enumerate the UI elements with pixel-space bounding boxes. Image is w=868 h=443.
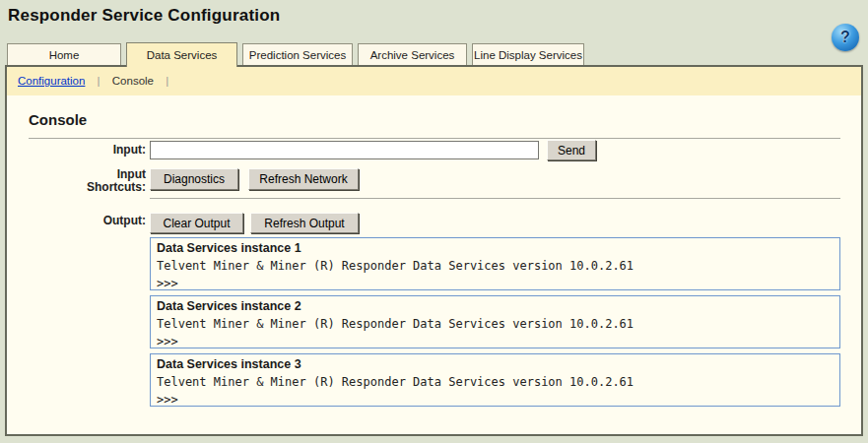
console-heading: Console <box>29 111 87 128</box>
tab-home[interactable]: Home <box>7 43 121 65</box>
tab-line-display-services[interactable]: Line Display Services <box>472 43 584 65</box>
instance-title: Data Services instance 1 <box>157 240 834 257</box>
help-question-glyph: ? <box>840 29 850 46</box>
output-panel-instance-3: Data Services instance 3 Telvent Miner &… <box>150 353 840 407</box>
tab-prediction-services[interactable]: Prediction Services <box>242 43 353 65</box>
section-divider <box>150 198 840 199</box>
tab-data-services[interactable]: Data Services <box>126 42 237 67</box>
subnav-item-console: Console <box>112 75 154 87</box>
instance-title: Data Services instance 2 <box>157 298 834 315</box>
diagnostics-button[interactable]: Diagnostics <box>150 168 238 190</box>
output-label: Output: <box>7 215 146 227</box>
instance-version-line: Telvent Miner & Miner (R) Responder Data… <box>157 373 834 391</box>
subnav-separator: | <box>166 75 168 87</box>
refresh-network-button[interactable]: Refresh Network <box>248 168 359 190</box>
console-input[interactable] <box>150 141 539 159</box>
help-icon[interactable]: ? <box>832 24 859 51</box>
clear-output-button[interactable]: Clear Output <box>150 213 243 233</box>
subnav-separator: | <box>98 75 100 87</box>
output-panels: Data Services instance 1 Telvent Miner &… <box>150 237 840 411</box>
console-section: Console Input: Send Input Shortcuts: Dia… <box>7 95 861 434</box>
tab-bar: Home Data Services Prediction Services A… <box>5 42 863 65</box>
main-panel: Configuration | Console | Console Input:… <box>5 65 863 436</box>
instance-prompt: >>> <box>157 333 834 348</box>
refresh-output-button[interactable]: Refresh Output <box>250 213 359 233</box>
input-label: Input: <box>7 144 146 157</box>
input-shortcuts-label: Input Shortcuts: <box>62 168 146 194</box>
send-button[interactable]: Send <box>547 140 596 160</box>
instance-prompt: >>> <box>157 391 834 407</box>
output-panel-instance-2: Data Services instance 2 Telvent Miner &… <box>150 295 840 348</box>
instance-prompt: >>> <box>157 275 834 290</box>
page-title: Responder Service Configuration <box>8 6 280 25</box>
output-panel-instance-1: Data Services instance 1 Telvent Miner &… <box>150 237 840 290</box>
subnav-bar: Configuration | Console | <box>7 67 861 95</box>
instance-version-line: Telvent Miner & Miner (R) Responder Data… <box>157 257 834 275</box>
instance-version-line: Telvent Miner & Miner (R) Responder Data… <box>157 315 834 333</box>
instance-title: Data Services instance 3 <box>157 356 834 373</box>
tab-archive-services[interactable]: Archive Services <box>358 43 467 65</box>
configuration-link[interactable]: Configuration <box>18 75 85 87</box>
heading-divider <box>29 138 840 139</box>
page-header: Responder Service Configuration <box>0 0 868 42</box>
